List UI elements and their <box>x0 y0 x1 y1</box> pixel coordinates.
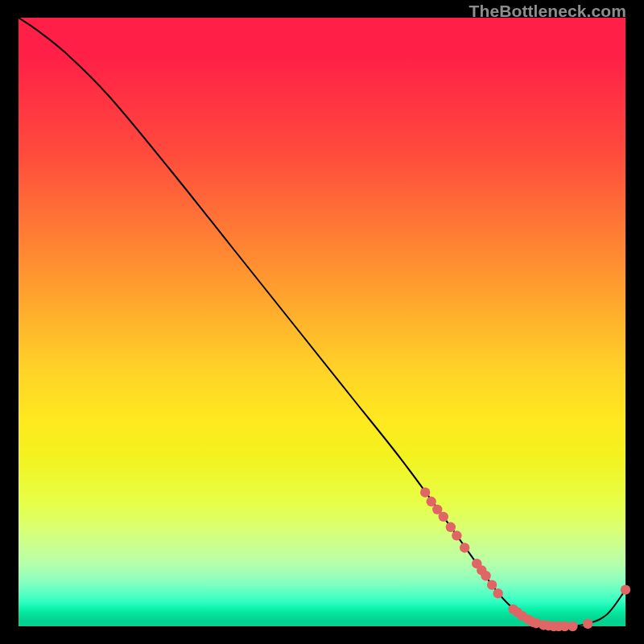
data-point <box>493 588 502 598</box>
data-point <box>487 580 497 589</box>
data-point <box>452 530 461 540</box>
data-point <box>481 571 490 580</box>
data-point <box>439 512 448 522</box>
chart-overlay <box>19 18 625 626</box>
data-point <box>621 584 630 594</box>
data-point <box>460 543 469 552</box>
data-point <box>583 619 592 629</box>
data-point <box>568 621 577 631</box>
data-point <box>446 522 456 532</box>
data-point <box>420 487 430 497</box>
bottleneck-curve <box>19 18 625 627</box>
watermark-text: TheBottleneck.com <box>469 2 626 21</box>
data-point <box>427 497 436 506</box>
chart-stage: TheBottleneck.com <box>0 0 644 644</box>
